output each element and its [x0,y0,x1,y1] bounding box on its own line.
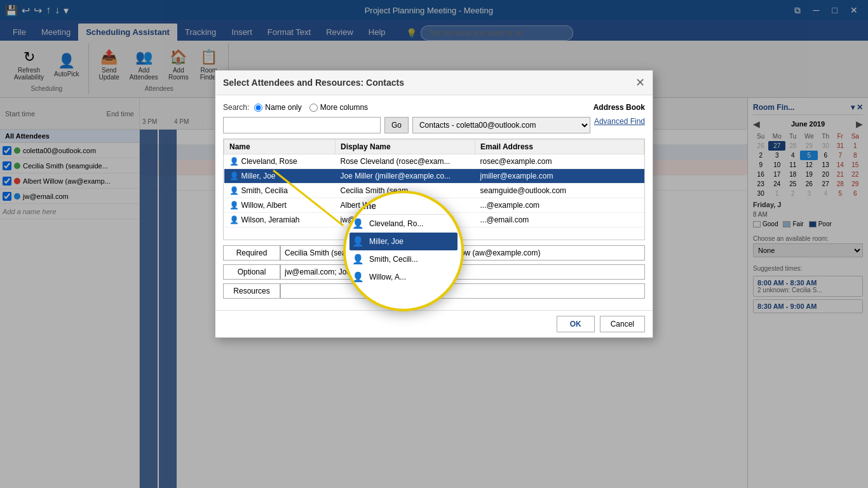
contact-name-cell: 👤Cleveland, Rose [224,154,336,169]
name-only-radio[interactable] [254,104,262,112]
contact-row[interactable]: 👤Willow, Albert Albert Willow... ...@exa… [224,198,644,213]
col-name: Name [224,140,336,154]
person-icon: 👤 [229,186,239,195]
search-label: Search: [223,103,249,112]
contact-row[interactable]: 👤Wilson, Jeramiah jw@email... ...@email.… [224,213,644,227]
person-icon: 👤 [229,201,239,210]
contact-email-cell: jmiller@example.com [475,169,644,184]
contact-name-cell: 👤Smith, Cecilia [224,184,336,198]
dialog-overlay: Select Attendees and Resources: Contacts… [0,0,868,488]
required-button[interactable]: Required [223,245,280,261]
contact-email-cell: ...@email.com [475,213,644,227]
col-display: Display Name [336,140,475,154]
contact-display-cell: Joe Miller (jmiller@example.co... [336,169,475,184]
search-row: Search: Name only More columns Address B… [223,103,645,112]
search-input-row: Go Contacts - coletta00@outlook.com Adva… [223,117,645,133]
ok-button[interactable]: OK [557,316,595,332]
more-columns-option[interactable]: More columns [309,103,368,112]
required-field-group: Required [223,245,645,261]
contact-table: Name Display Name Email Address 👤Clevela… [224,139,644,227]
address-book-select[interactable]: Contacts - coletta00@outlook.com [412,117,590,133]
resources-button[interactable]: Resources [223,283,280,299]
contact-email-cell: seamguide@outlook.com [475,184,644,198]
dialog-title: Select Attendees and Resources: Contacts [223,78,404,88]
person-icon: 👤 [229,172,239,180]
dialog-body: Search: Name only More columns Address B… [215,95,653,310]
contact-email-cell: ...@example.com [475,198,644,213]
go-button[interactable]: Go [384,117,409,133]
optional-field-group: Optional [223,264,645,280]
dialog-close-button[interactable]: ✕ [635,76,645,90]
more-columns-radio[interactable] [309,104,318,112]
required-input[interactable] [280,245,645,261]
contact-list-wrapper: Name Display Name Email Address 👤Clevela… [223,139,645,240]
contact-display-cell: Rose Cleveland (rosec@exam... [336,154,475,169]
contact-row[interactable]: 👤Smith, Cecilia Cecilia Smith (seam... s… [224,184,644,198]
select-attendees-dialog: Select Attendees and Resources: Contacts… [215,70,653,338]
name-only-option[interactable]: Name only [254,103,301,112]
resources-field-group: Resources [223,283,645,299]
person-icon: 👤 [229,157,239,166]
advanced-find-link[interactable]: Advanced Find [594,117,645,133]
optional-input[interactable] [280,264,645,280]
contact-display-cell: jw@email... [336,213,475,227]
address-book-label: Address Book [593,103,645,112]
search-text-input[interactable] [223,117,381,133]
contact-name-cell: 👤Willow, Albert [224,198,336,213]
contact-name-cell: 👤Wilson, Jeramiah [224,213,336,227]
cancel-button[interactable]: Cancel [600,316,645,332]
contact-email-cell: rosec@example.com [475,154,644,169]
contact-display-cell: Albert Willow... [336,198,475,213]
contact-name-cell: 👤Miller, Joe [224,169,336,184]
search-options: Name only More columns [254,103,368,112]
dialog-footer: OK Cancel [215,310,653,337]
col-email: Email Address [475,140,644,154]
contact-row[interactable]: 👤Cleveland, Rose Rose Cleveland (rosec@e… [224,154,644,169]
contact-row-selected[interactable]: 👤Miller, Joe Joe Miller (jmiller@example… [224,169,644,184]
dialog-title-bar: Select Attendees and Resources: Contacts… [215,71,653,95]
optional-button[interactable]: Optional [223,264,280,280]
person-icon: 👤 [229,215,239,224]
resources-input[interactable] [280,283,645,299]
contact-display-cell: Cecilia Smith (seam... [336,184,475,198]
